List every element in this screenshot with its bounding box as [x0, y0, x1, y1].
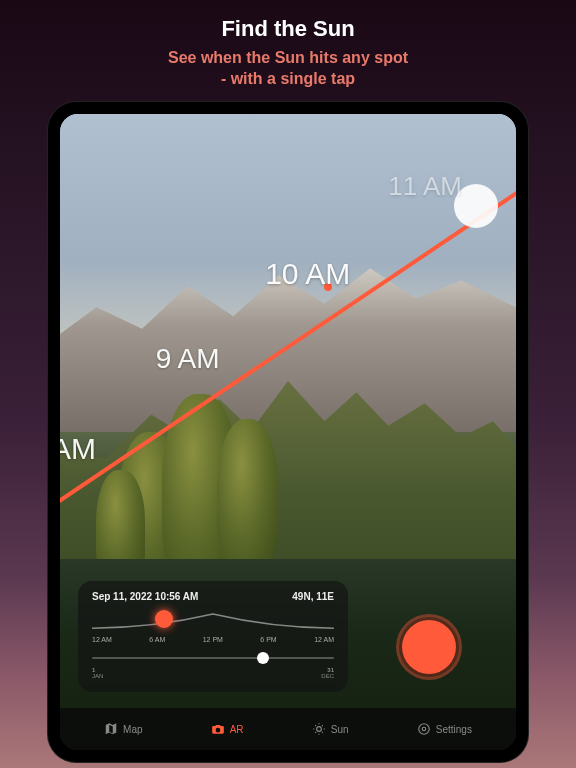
- svg-point-3: [419, 724, 430, 735]
- capture-button[interactable]: [402, 620, 456, 674]
- device-frame: AM9 AM10 AM11 AM Sep 11, 2022 10:56 AM 4…: [48, 102, 528, 762]
- sun-time-label: 11 AM: [388, 171, 462, 202]
- time-slider[interactable]: [92, 610, 334, 632]
- time-tick: 6 AM: [149, 636, 165, 643]
- date-slider-thumb[interactable]: [257, 652, 269, 664]
- tab-settings[interactable]: Settings: [417, 722, 472, 736]
- time-tick: 12 AM: [92, 636, 112, 643]
- sun-time-label: 9 AM: [156, 343, 220, 375]
- time-tick: 12 AM: [314, 636, 334, 643]
- tab-sun[interactable]: Sun: [312, 722, 349, 736]
- promo-header: Find the Sun See when the Sun hits any s…: [0, 0, 576, 100]
- camera-icon: [211, 722, 225, 736]
- svg-point-1: [316, 727, 321, 732]
- time-ticks: 12 AM6 AM12 PM6 PM12 AM: [92, 636, 334, 643]
- time-slider-thumb[interactable]: [155, 610, 173, 628]
- sun-time-label: 10 AM: [265, 257, 350, 291]
- selected-datetime: Sep 11, 2022 10:56 AM: [92, 591, 198, 602]
- date-range-labels: 1JAN 31DEC: [92, 667, 334, 680]
- sun-time-label: AM: [60, 432, 96, 466]
- tab-label: Settings: [436, 724, 472, 735]
- tab-label: Map: [123, 724, 142, 735]
- promo-subtitle: See when the Sun hits any spot - with a …: [20, 48, 556, 90]
- time-date-panel: Sep 11, 2022 10:56 AM 49N, 11E 12 AM6 AM…: [78, 581, 348, 692]
- promo-title: Find the Sun: [20, 16, 556, 42]
- time-tick: 12 PM: [203, 636, 223, 643]
- time-tick: 6 PM: [260, 636, 276, 643]
- tab-ar[interactable]: AR: [211, 722, 244, 736]
- ar-camera-view[interactable]: AM9 AM10 AM11 AM Sep 11, 2022 10:56 AM 4…: [60, 114, 516, 750]
- gear-icon: [417, 722, 431, 736]
- tab-label: AR: [230, 724, 244, 735]
- tab-label: Sun: [331, 724, 349, 735]
- date-slider[interactable]: [92, 651, 334, 665]
- sun-icon: [312, 722, 326, 736]
- tab-bar: MapARSunSettings: [60, 708, 516, 750]
- svg-point-2: [422, 727, 426, 731]
- tab-map[interactable]: Map: [104, 722, 142, 736]
- coordinates-label: 49N, 11E: [292, 591, 334, 602]
- map-icon: [104, 722, 118, 736]
